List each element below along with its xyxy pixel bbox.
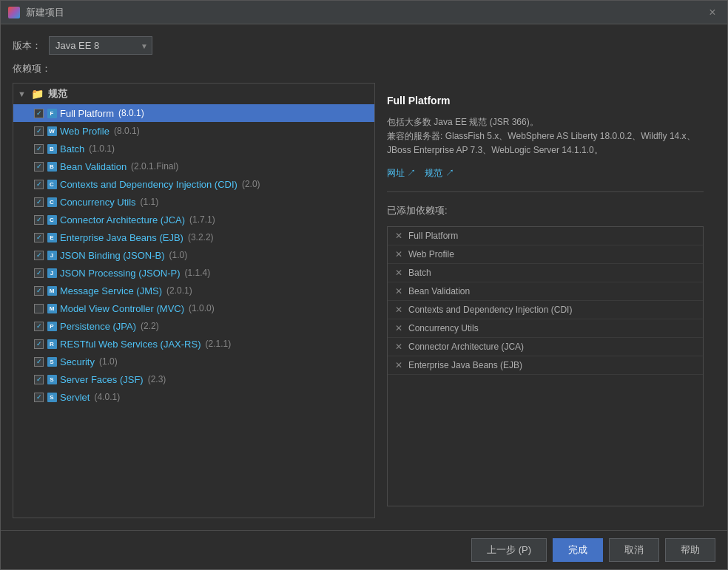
list-item[interactable]: ✕ Contexts and Dependency Injection (CDI… (388, 301, 703, 319)
list-item[interactable]: S Servlet (4.0.1) (13, 388, 374, 406)
list-item[interactable]: ✕ Full Platform (388, 227, 703, 245)
remove-icon[interactable]: ✕ (395, 305, 402, 315)
item-icon-web-profile: W (47, 126, 57, 136)
checkbox-bean-validation[interactable] (34, 162, 44, 172)
item-version: (1.7.1) (189, 214, 215, 225)
list-item[interactable]: B Bean Validation (2.0.1.Final) (13, 157, 374, 175)
list-item[interactable]: E Enterprise Java Beans (EJB) (3.2.2) (13, 228, 374, 246)
list-item[interactable]: ✕ Bean Validation (388, 282, 703, 301)
spec-icon: F (47, 109, 57, 118)
checkbox-full-platform[interactable] (34, 109, 44, 118)
remove-icon[interactable]: ✕ (395, 249, 402, 259)
dep-name: Batch (408, 268, 431, 278)
remove-icon[interactable]: ✕ (395, 268, 402, 278)
remove-icon[interactable]: ✕ (395, 360, 402, 370)
added-deps-list[interactable]: ✕ Full Platform ✕ Web Profile ✕ Batch ✕ … (387, 226, 704, 506)
list-item[interactable]: S Server Faces (JSF) (2.3) (13, 370, 374, 388)
checkbox-batch[interactable] (34, 144, 44, 154)
item-label: JSON Binding (JSON-B) (60, 250, 165, 261)
close-button[interactable]: × (705, 5, 720, 20)
help-button[interactable]: 帮助 (665, 538, 715, 562)
checkbox-servlet[interactable] (34, 393, 44, 402)
dialog-content: 版本： Java EE 8 Java EE 7 Jakarta EE 8 依赖项… (1, 24, 727, 530)
list-item[interactable]: J JSON Processing (JSON-P) (1.1.4) (13, 264, 374, 282)
list-item[interactable]: ✕ Concurrency Utils (388, 319, 703, 338)
chevron-down-icon: ▼ (18, 89, 28, 98)
item-label: Concurrency Utils (60, 197, 136, 208)
item-label: Bean Validation (60, 161, 127, 172)
item-label: Model View Controller (MVC) (60, 303, 184, 314)
checkbox-cdi[interactable] (34, 180, 44, 189)
item-version: (4.0.1) (94, 392, 120, 402)
item-label: Connector Architecture (JCA) (60, 214, 185, 225)
checkbox-jsf[interactable] (34, 375, 44, 384)
checkbox-web-profile[interactable] (34, 126, 44, 136)
item-label: Contexts and Dependency Injection (CDI) (60, 179, 237, 190)
tree-group-header[interactable]: ▼ 📁 规范 (13, 84, 374, 104)
spec-icon: E (47, 233, 57, 242)
item-version: (2.1.1) (205, 339, 231, 349)
checkbox-jms[interactable] (34, 286, 44, 296)
checkbox-jca[interactable] (34, 215, 44, 225)
item-version: (1.0) (99, 356, 118, 367)
list-item[interactable]: W Web Profile (8.0.1) (13, 122, 374, 140)
remove-icon[interactable]: ✕ (395, 231, 402, 241)
cancel-button[interactable]: 取消 (609, 538, 659, 562)
back-button[interactable]: 上一步 (P) (471, 538, 547, 562)
remove-icon[interactable]: ✕ (395, 342, 402, 352)
item-icon-cdi: C (47, 179, 57, 189)
list-item[interactable]: M Message Service (JMS) (2.0.1) (13, 282, 374, 299)
title-bar: 新建项目 × (1, 1, 727, 24)
item-icon-json-b: J (47, 250, 57, 260)
list-item[interactable]: C Connector Architecture (JCA) (1.7.1) (13, 211, 374, 228)
main-area: ▼ 📁 规范 F Full Platform (8.0.1) (13, 83, 715, 518)
item-label: Persistence (JPA) (60, 321, 136, 332)
folder-icon: 📁 (31, 88, 44, 100)
item-version: (3.2.2) (188, 232, 214, 242)
item-label: Server Faces (JSF) (60, 374, 144, 385)
window-title: 新建项目 (26, 6, 705, 19)
list-item[interactable]: F Full Platform (8.0.1) (13, 104, 374, 122)
dep-name: Enterprise Java Beans (EJB) (408, 360, 522, 370)
item-version: (8.0.1) (114, 126, 140, 136)
version-select[interactable]: Java EE 8 Java EE 7 Jakarta EE 8 (49, 36, 152, 55)
list-item[interactable]: M Model View Controller (MVC) (1.0.0) (13, 299, 374, 317)
list-item[interactable]: ✕ Connector Architecture (JCA) (388, 338, 703, 356)
list-item[interactable]: J JSON Binding (JSON-B) (1.0) (13, 246, 374, 264)
checkbox-json-p[interactable] (34, 268, 44, 278)
spec-icon: J (47, 251, 57, 260)
checkbox-jaxrs[interactable] (34, 339, 44, 349)
list-item[interactable]: B Batch (1.0.1) (13, 140, 374, 157)
item-icon-jca: C (47, 214, 57, 225)
checkbox-ejb[interactable] (34, 233, 44, 242)
item-label: JSON Processing (JSON-P) (60, 268, 181, 279)
checkbox-jpa[interactable] (34, 322, 44, 331)
item-icon-jms: M (47, 285, 57, 296)
list-item[interactable]: ✕ Batch (388, 264, 703, 282)
list-item[interactable]: ✕ Enterprise Java Beans (EJB) (388, 356, 703, 375)
list-item[interactable]: R RESTful Web Services (JAX-RS) (2.1.1) (13, 335, 374, 353)
item-version: (1.1.4) (185, 268, 211, 278)
right-panel: Full Platform 包括大多数 Java EE 规范 (JSR 366)… (375, 83, 715, 518)
remove-icon[interactable]: ✕ (395, 323, 402, 333)
finish-button[interactable]: 完成 (553, 538, 603, 562)
checkbox-mvc[interactable] (34, 304, 44, 313)
list-item[interactable]: ✕ Web Profile (388, 245, 703, 264)
spec-link-url[interactable]: 网址 ↗ (387, 167, 416, 180)
app-icon (8, 7, 20, 18)
remove-icon[interactable]: ✕ (395, 286, 402, 296)
spec-icon: S (47, 357, 57, 367)
list-item[interactable]: C Contexts and Dependency Injection (CDI… (13, 175, 374, 193)
checkbox-json-b[interactable] (34, 251, 44, 260)
checkbox-security[interactable] (34, 357, 44, 367)
list-item[interactable]: C Concurrency Utils (1.1) (13, 193, 374, 211)
list-item[interactable]: S Security (1.0) (13, 353, 374, 370)
item-version: (2.0.1) (166, 285, 192, 296)
dep-name: Concurrency Utils (408, 323, 479, 333)
item-icon-jsf: S (47, 374, 57, 384)
item-icon-mvc: M (47, 303, 57, 313)
tree-container[interactable]: ▼ 📁 规范 F Full Platform (8.0.1) (13, 84, 374, 518)
checkbox-concurrency[interactable] (34, 197, 44, 207)
spec-link-spec[interactable]: 规范 ↗ (425, 167, 454, 180)
list-item[interactable]: P Persistence (JPA) (2.2) (13, 317, 374, 335)
